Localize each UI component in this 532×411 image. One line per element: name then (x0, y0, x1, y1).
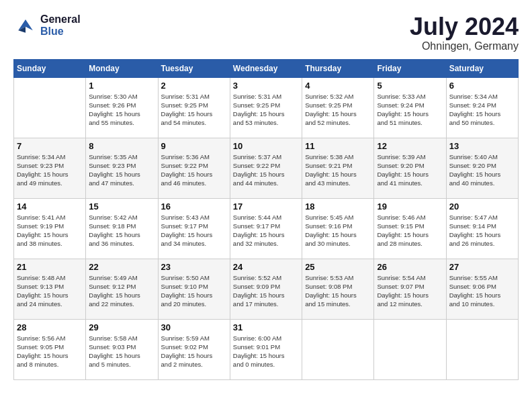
calendar-day-cell: 15Sunrise: 5:42 AM Sunset: 9:18 PM Dayli… (86, 198, 158, 259)
day-of-week-header: Tuesday (158, 59, 230, 77)
day-of-week-header: Thursday (302, 59, 374, 77)
day-info: Sunrise: 5:34 AM Sunset: 9:23 PM Dayligh… (17, 152, 83, 188)
calendar-day-cell: 14Sunrise: 5:41 AM Sunset: 9:19 PM Dayli… (14, 198, 86, 259)
day-number: 23 (161, 262, 227, 272)
day-info: Sunrise: 5:34 AM Sunset: 9:24 PM Dayligh… (449, 92, 515, 128)
calendar-day-cell: 19Sunrise: 5:46 AM Sunset: 9:15 PM Dayli… (374, 198, 446, 259)
day-info: Sunrise: 5:31 AM Sunset: 9:25 PM Dayligh… (161, 92, 227, 128)
day-info: Sunrise: 5:47 AM Sunset: 9:14 PM Dayligh… (449, 213, 515, 248)
day-info: Sunrise: 5:50 AM Sunset: 9:10 PM Dayligh… (161, 273, 227, 309)
day-number: 21 (17, 262, 83, 272)
day-number: 5 (377, 81, 443, 91)
calendar-day-cell: 4Sunrise: 5:32 AM Sunset: 9:25 PM Daylig… (302, 77, 374, 138)
day-info: Sunrise: 5:59 AM Sunset: 9:02 PM Dayligh… (161, 334, 227, 369)
day-info: Sunrise: 5:48 AM Sunset: 9:13 PM Dayligh… (17, 273, 83, 309)
calendar-day-cell (14, 77, 86, 138)
day-info: Sunrise: 5:53 AM Sunset: 9:08 PM Dayligh… (305, 273, 371, 309)
day-info: Sunrise: 5:55 AM Sunset: 9:06 PM Dayligh… (449, 273, 515, 309)
day-number: 24 (233, 262, 299, 272)
calendar-week-row: 28Sunrise: 5:56 AM Sunset: 9:05 PM Dayli… (14, 319, 519, 379)
location: Ohningen, Germany (410, 40, 519, 52)
day-info: Sunrise: 5:38 AM Sunset: 9:21 PM Dayligh… (305, 152, 371, 188)
day-info: Sunrise: 5:42 AM Sunset: 9:18 PM Dayligh… (89, 213, 154, 248)
day-number: 17 (233, 201, 299, 212)
calendar-day-cell: 16Sunrise: 5:43 AM Sunset: 9:17 PM Dayli… (158, 198, 230, 259)
day-info: Sunrise: 5:31 AM Sunset: 9:25 PM Dayligh… (233, 92, 299, 128)
calendar-header: SundayMondayTuesdayWednesdayThursdayFrid… (14, 59, 519, 77)
day-number: 3 (233, 81, 299, 91)
day-number: 22 (89, 262, 154, 272)
day-info: Sunrise: 5:44 AM Sunset: 9:17 PM Dayligh… (233, 213, 299, 248)
calendar-week-row: 7Sunrise: 5:34 AM Sunset: 9:23 PM Daylig… (14, 138, 519, 198)
logo: General Blue (13, 13, 81, 38)
day-number: 4 (305, 81, 371, 91)
calendar-day-cell: 20Sunrise: 5:47 AM Sunset: 9:14 PM Dayli… (446, 198, 518, 259)
calendar-day-cell: 12Sunrise: 5:39 AM Sunset: 9:20 PM Dayli… (374, 138, 446, 198)
day-of-week-header: Wednesday (230, 59, 302, 77)
calendar-day-cell: 18Sunrise: 5:45 AM Sunset: 9:16 PM Dayli… (302, 198, 374, 259)
day-number: 31 (233, 322, 299, 332)
day-info: Sunrise: 5:56 AM Sunset: 9:05 PM Dayligh… (17, 334, 83, 369)
calendar-day-cell: 31Sunrise: 6:00 AM Sunset: 9:01 PM Dayli… (230, 319, 302, 379)
day-info: Sunrise: 5:49 AM Sunset: 9:12 PM Dayligh… (89, 273, 154, 309)
calendar-week-row: 14Sunrise: 5:41 AM Sunset: 9:19 PM Dayli… (14, 198, 519, 259)
calendar-day-cell: 25Sunrise: 5:53 AM Sunset: 9:08 PM Dayli… (302, 259, 374, 319)
day-number: 13 (449, 141, 515, 151)
calendar-day-cell: 9Sunrise: 5:36 AM Sunset: 9:22 PM Daylig… (158, 138, 230, 198)
day-number: 2 (161, 81, 227, 91)
day-number: 15 (89, 201, 154, 212)
calendar-day-cell: 7Sunrise: 5:34 AM Sunset: 9:23 PM Daylig… (14, 138, 86, 198)
calendar-day-cell: 22Sunrise: 5:49 AM Sunset: 9:12 PM Dayli… (86, 259, 158, 319)
day-info: Sunrise: 5:45 AM Sunset: 9:16 PM Dayligh… (305, 213, 371, 248)
day-of-week-header: Saturday (446, 59, 518, 77)
day-number: 12 (377, 141, 443, 151)
day-number: 14 (17, 201, 83, 212)
calendar-day-cell: 21Sunrise: 5:48 AM Sunset: 9:13 PM Dayli… (14, 259, 86, 319)
calendar-week-row: 21Sunrise: 5:48 AM Sunset: 9:13 PM Dayli… (14, 259, 519, 319)
day-info: Sunrise: 5:36 AM Sunset: 9:22 PM Dayligh… (161, 152, 227, 188)
title-block: July 2024 Ohningen, Germany (410, 13, 519, 52)
day-info: Sunrise: 5:41 AM Sunset: 9:19 PM Dayligh… (17, 213, 83, 248)
day-info: Sunrise: 5:33 AM Sunset: 9:24 PM Dayligh… (377, 92, 443, 128)
calendar-day-cell: 26Sunrise: 5:54 AM Sunset: 9:07 PM Dayli… (374, 259, 446, 319)
calendar-day-cell: 6Sunrise: 5:34 AM Sunset: 9:24 PM Daylig… (446, 77, 518, 138)
day-info: Sunrise: 5:43 AM Sunset: 9:17 PM Dayligh… (161, 213, 227, 248)
day-number: 26 (377, 262, 443, 272)
calendar-table: SundayMondayTuesdayWednesdayThursdayFrid… (13, 59, 519, 380)
day-number: 16 (161, 201, 227, 212)
day-info: Sunrise: 5:32 AM Sunset: 9:25 PM Dayligh… (305, 92, 371, 128)
day-number: 1 (89, 81, 154, 91)
day-info: Sunrise: 5:35 AM Sunset: 9:23 PM Dayligh… (89, 152, 154, 188)
day-number: 19 (377, 201, 443, 212)
month-title: July 2024 (410, 13, 519, 40)
day-info: Sunrise: 5:39 AM Sunset: 9:20 PM Dayligh… (377, 152, 443, 188)
day-number: 20 (449, 201, 515, 212)
day-number: 27 (449, 262, 515, 272)
calendar-day-cell: 24Sunrise: 5:52 AM Sunset: 9:09 PM Dayli… (230, 259, 302, 319)
calendar-day-cell: 3Sunrise: 5:31 AM Sunset: 9:25 PM Daylig… (230, 77, 302, 138)
day-info: Sunrise: 5:30 AM Sunset: 9:26 PM Dayligh… (89, 92, 154, 128)
day-number: 18 (305, 201, 371, 212)
calendar-day-cell (374, 319, 446, 379)
calendar-day-cell (302, 319, 374, 379)
day-number: 11 (305, 141, 371, 151)
day-info: Sunrise: 5:37 AM Sunset: 9:22 PM Dayligh… (233, 152, 299, 188)
day-info: Sunrise: 5:46 AM Sunset: 9:15 PM Dayligh… (377, 213, 443, 248)
day-info: Sunrise: 5:58 AM Sunset: 9:03 PM Dayligh… (89, 334, 154, 369)
calendar-day-cell: 8Sunrise: 5:35 AM Sunset: 9:23 PM Daylig… (86, 138, 158, 198)
day-of-week-header: Sunday (14, 59, 86, 77)
calendar-day-cell: 30Sunrise: 5:59 AM Sunset: 9:02 PM Dayli… (158, 319, 230, 379)
day-number: 6 (449, 81, 515, 91)
day-info: Sunrise: 5:54 AM Sunset: 9:07 PM Dayligh… (377, 273, 443, 309)
calendar-day-cell: 13Sunrise: 5:40 AM Sunset: 9:20 PM Dayli… (446, 138, 518, 198)
day-number: 9 (161, 141, 227, 151)
calendar-day-cell: 1Sunrise: 5:30 AM Sunset: 9:26 PM Daylig… (86, 77, 158, 138)
calendar-day-cell: 27Sunrise: 5:55 AM Sunset: 9:06 PM Dayli… (446, 259, 518, 319)
calendar-day-cell: 28Sunrise: 5:56 AM Sunset: 9:05 PM Dayli… (14, 319, 86, 379)
calendar-day-cell: 29Sunrise: 5:58 AM Sunset: 9:03 PM Dayli… (86, 319, 158, 379)
calendar-day-cell: 2Sunrise: 5:31 AM Sunset: 9:25 PM Daylig… (158, 77, 230, 138)
calendar-week-row: 1Sunrise: 5:30 AM Sunset: 9:26 PM Daylig… (14, 77, 519, 138)
logo-text: General Blue (40, 13, 81, 38)
day-number: 7 (17, 141, 83, 151)
day-number: 29 (89, 322, 154, 332)
